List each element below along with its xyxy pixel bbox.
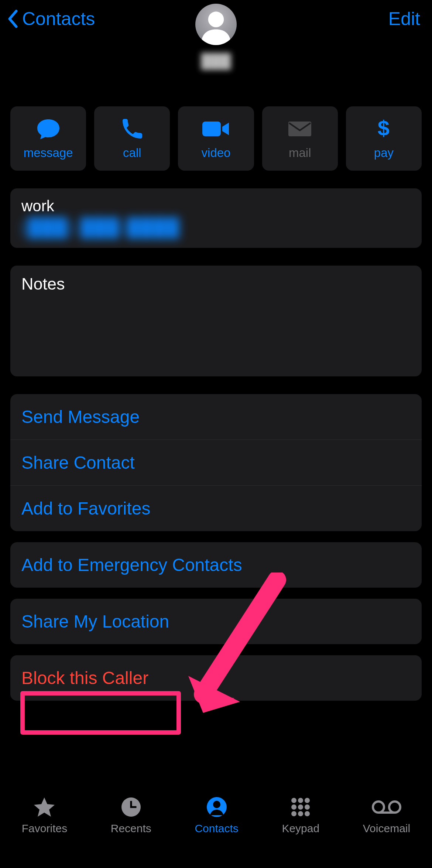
tile-label: message	[24, 146, 73, 160]
contact-header: ███	[195, 4, 237, 69]
avatar[interactable]	[195, 4, 237, 45]
svg-point-16	[373, 802, 384, 813]
contact-name: ███	[195, 53, 237, 69]
call-tile[interactable]: call	[94, 106, 170, 171]
tile-label: video	[202, 146, 231, 160]
back-label: Contacts	[22, 8, 95, 30]
phone-number: (███) ███-████	[21, 217, 411, 237]
keypad-icon	[290, 797, 311, 817]
dollar-icon: $	[376, 117, 391, 141]
svg-point-12	[305, 804, 310, 810]
svg-point-17	[389, 802, 400, 813]
share-location-button[interactable]: Share My Location	[10, 599, 422, 644]
svg-point-10	[291, 804, 296, 810]
mail-tile[interactable]: mail	[262, 106, 338, 171]
svg-rect-2	[288, 122, 311, 136]
message-icon	[36, 118, 61, 140]
mail-icon	[288, 120, 312, 138]
notes-card[interactable]: Notes	[10, 266, 422, 376]
annotation-arrow-icon	[181, 573, 299, 728]
pay-tile[interactable]: $ pay	[346, 106, 422, 171]
tab-label: Contacts	[195, 822, 238, 835]
svg-point-0	[208, 11, 224, 27]
share-contact-button[interactable]: Share Contact	[10, 440, 422, 485]
voicemail-icon	[372, 800, 401, 814]
block-caller-button[interactable]: Block this Caller	[10, 655, 422, 701]
video-icon	[202, 120, 230, 138]
person-icon	[195, 4, 237, 45]
clock-icon	[121, 797, 141, 817]
svg-point-13	[291, 811, 296, 816]
tab-voicemail[interactable]: Voicemail	[363, 796, 410, 835]
svg-point-11	[298, 804, 303, 810]
message-tile[interactable]: message	[10, 106, 86, 171]
phone-card[interactable]: work (███) ███-████	[10, 188, 422, 248]
tab-label: Keypad	[282, 822, 319, 835]
tab-label: Voicemail	[363, 822, 410, 835]
tab-label: Favorites	[22, 822, 67, 835]
tab-recents[interactable]: Recents	[111, 796, 151, 835]
tab-bar: Favorites Recents Contacts Keypad Voicem…	[0, 783, 432, 868]
chevron-left-icon	[7, 10, 18, 28]
send-message-button[interactable]: Send Message	[10, 394, 422, 440]
phone-type-label: work	[21, 197, 411, 215]
svg-rect-1	[202, 122, 221, 136]
location-card: Share My Location	[10, 599, 422, 644]
edit-button[interactable]: Edit	[388, 8, 420, 30]
notes-label: Notes	[21, 274, 411, 294]
back-button[interactable]: Contacts	[7, 8, 95, 30]
add-emergency-button[interactable]: Add to Emergency Contacts	[10, 542, 422, 588]
add-favorites-button[interactable]: Add to Favorites	[10, 485, 422, 531]
tile-label: call	[123, 146, 141, 160]
svg-point-15	[305, 811, 310, 816]
tile-label: mail	[289, 146, 311, 160]
svg-point-7	[291, 798, 296, 803]
block-card: Block this Caller	[10, 655, 422, 701]
tab-keypad[interactable]: Keypad	[282, 796, 319, 835]
svg-point-6	[213, 801, 220, 808]
svg-point-8	[298, 798, 303, 803]
svg-point-9	[305, 798, 310, 803]
svg-text:$: $	[378, 117, 390, 140]
star-icon	[33, 797, 55, 817]
video-tile[interactable]: video	[178, 106, 254, 171]
tile-label: pay	[374, 146, 394, 160]
tab-favorites[interactable]: Favorites	[22, 796, 67, 835]
phone-icon	[122, 119, 143, 139]
action-tiles: message call video mail $ pay	[0, 106, 432, 171]
contact-icon	[206, 797, 227, 817]
tab-label: Recents	[111, 822, 151, 835]
navbar: Contacts ███ Edit	[0, 0, 432, 41]
tab-contacts[interactable]: Contacts	[195, 796, 238, 835]
svg-point-14	[298, 811, 303, 816]
emergency-card: Add to Emergency Contacts	[10, 542, 422, 588]
actions-card-1: Send Message Share Contact Add to Favori…	[10, 394, 422, 531]
